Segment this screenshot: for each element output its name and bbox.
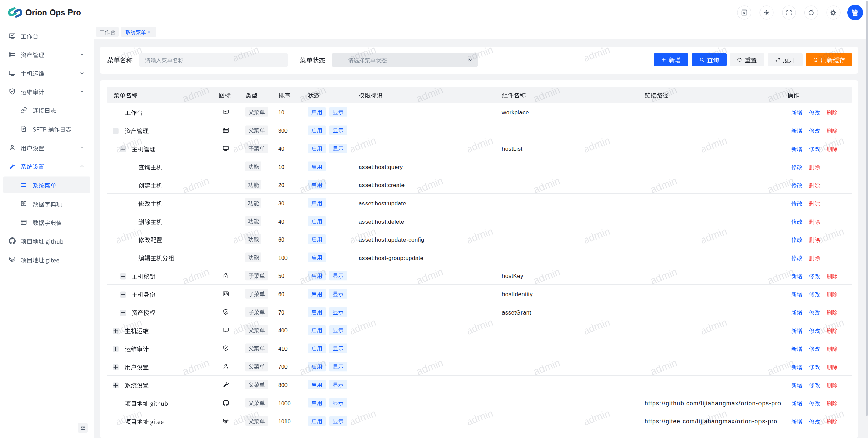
svg-text:Orion Ops Pro: Orion Ops Pro (25, 8, 81, 17)
